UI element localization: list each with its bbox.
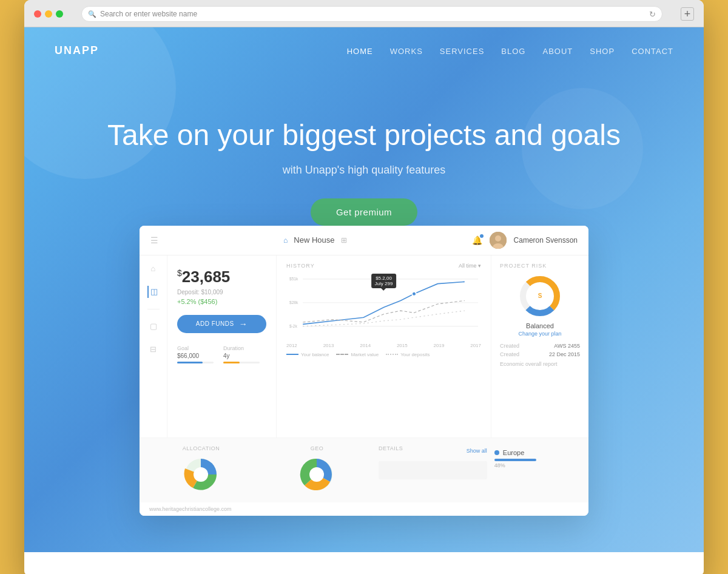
sidebar-icon-folder[interactable]: ⊟	[147, 343, 160, 356]
nav-links: HOME WORKS SERVICES BLOG ABOUT SHOP	[347, 46, 673, 56]
refresh-icon[interactable]: ↻	[649, 10, 656, 19]
search-icon: 🔍	[88, 10, 96, 18]
dash-header: ☰ ⌂ New House ⊞ 🔔	[140, 226, 588, 255]
geo-col: Geo	[263, 445, 371, 495]
geo-title: Geo	[263, 445, 371, 451]
menu-icon[interactable]: ☰	[150, 235, 158, 245]
duration-value: 4y	[223, 353, 230, 359]
nav-link-home[interactable]: HOME	[347, 47, 373, 56]
risk-report-link[interactable]: Economic overall report	[500, 361, 580, 367]
cta-button[interactable]: Get premium	[311, 198, 417, 226]
site-logo: UNAPP	[55, 44, 99, 57]
svg-point-1	[495, 235, 501, 241]
hero-section: UNAPP HOME WORKS SERVICES BLOG ABOUT	[24, 27, 704, 552]
chart-header: HISTORY All time ▾	[286, 263, 481, 269]
risk-meta: Created AWS 2455 Created 22 Dec 2015 Eco…	[500, 343, 580, 367]
show-all-link[interactable]: Show all	[467, 448, 487, 454]
nav-link-about[interactable]: ABOUT	[542, 47, 573, 56]
allocation-pie-chart	[183, 456, 219, 493]
dashboard-preview: ☰ ⌂ New House ⊞ 🔔	[140, 226, 588, 516]
house-icon: ⌂	[283, 236, 288, 245]
arrow-right-icon: →	[239, 319, 248, 329]
nav-item-works[interactable]: WORKS	[390, 46, 423, 56]
europe-col: Europe 48%	[494, 445, 581, 495]
legend-label-market: Market value	[351, 352, 379, 357]
bell-icon[interactable]: 🔔	[472, 235, 482, 245]
notification-dot	[480, 234, 484, 238]
nav-link-contact[interactable]: CONTACT	[632, 47, 673, 56]
new-tab-button[interactable]: +	[681, 7, 694, 21]
dash-sidebar: ⌂ ◫ ▢ ⊟	[140, 255, 167, 437]
address-text: Search or enter website name	[100, 10, 197, 18]
svg-text:$-2k: $-2k	[289, 323, 298, 328]
add-funds-button[interactable]: ADD FUNDS →	[177, 315, 266, 333]
hero-title: Take on your biggest projects and goals	[49, 118, 679, 153]
hero-subtitle: with Unapp's high quality features	[49, 164, 679, 177]
nav-link-shop[interactable]: SHOP	[590, 47, 615, 56]
sidebar-icon-wallet[interactable]: ◫	[147, 286, 160, 298]
nav-link-services[interactable]: SERVICES	[440, 47, 485, 56]
minimize-button[interactable]	[45, 10, 52, 18]
chart-tooltip: $5.2,00 July 299	[371, 274, 397, 288]
balance-amount: $23,685	[177, 268, 266, 286]
legend-balance: Your balance	[286, 352, 329, 357]
europe-dot	[494, 450, 499, 455]
balance-change: +5.2% ($456)	[177, 298, 266, 305]
goal-progress-bar	[177, 362, 214, 363]
sidebar-icon-chart[interactable]: ▢	[147, 320, 160, 333]
europe-pct: 48%	[494, 462, 581, 468]
risk-column: PROJECT RISK S Balanced Change your plan	[491, 255, 588, 437]
goal-bar-fill	[177, 362, 203, 363]
nav-link-blog[interactable]: BLOG	[501, 47, 525, 56]
goal-row: Goal $66,000 Duration 4y	[177, 345, 266, 363]
chart-area: $5.2,00 July 299 $51k $28k $-2k	[286, 274, 481, 340]
user-name: Cameron Svensson	[514, 236, 578, 245]
details-title: DETAILS	[379, 445, 403, 451]
sidebar-divider	[147, 309, 160, 309]
duration-progress-bar	[223, 362, 260, 363]
browser-window: 🔍 Search or enter website name ↻ + UNAPP…	[24, 0, 704, 574]
chart-period[interactable]: All time ▾	[459, 263, 481, 269]
goal-value: $66,000	[177, 353, 199, 359]
svg-point-15	[194, 467, 208, 482]
risk-chart-area: S	[500, 275, 580, 317]
legend-label-balance: Your balance	[301, 352, 329, 357]
balance-column: $23,685 Deposit: $10,009 +5.2% ($456) AD…	[167, 255, 277, 437]
legend-dot-balance	[286, 354, 298, 355]
legend-dot-deposits	[386, 354, 398, 355]
nav-item-home[interactable]: HOME	[347, 46, 373, 56]
legend-label-deposits: Your deposits	[400, 352, 430, 357]
dash-bottom: Allocation Geo	[140, 437, 588, 502]
goal-label: Goal	[177, 345, 214, 351]
tooltip-value: $5.2,00	[375, 275, 393, 281]
legend-dot-market	[336, 354, 348, 355]
nav-item-about[interactable]: ABOUT	[542, 46, 573, 56]
europe-bar	[494, 459, 536, 461]
svg-point-9	[412, 292, 416, 296]
project-name: New House	[294, 235, 334, 245]
nav-item-services[interactable]: SERVICES	[440, 46, 485, 56]
tooltip-date: July 299	[375, 281, 393, 286]
maximize-button[interactable]	[56, 10, 63, 18]
legend-market: Market value	[336, 352, 379, 357]
white-section	[24, 552, 704, 574]
nav-item-contact[interactable]: CONTACT	[632, 46, 673, 56]
nav-item-blog[interactable]: BLOG	[501, 46, 525, 56]
allocation-title: Allocation	[147, 445, 255, 451]
details-placeholder	[379, 461, 487, 479]
goal-amount: Goal $66,000	[177, 345, 214, 363]
nav-item-shop[interactable]: SHOP	[590, 46, 615, 56]
duration-label: Duration	[223, 345, 260, 351]
sidebar-icon-home[interactable]: ⌂	[147, 263, 160, 275]
goal-info: Goal $66,000 Duration 4y	[177, 345, 266, 363]
close-button[interactable]	[34, 10, 41, 18]
goal-duration: Duration 4y	[223, 345, 260, 363]
allocation-col: Allocation	[147, 445, 255, 495]
chart-title: HISTORY	[286, 263, 315, 269]
risk-title: PROJECT RISK	[500, 263, 580, 269]
risk-sublabel[interactable]: Change your plan	[500, 331, 580, 337]
browser-chrome: 🔍 Search or enter website name ↻ +	[24, 0, 704, 27]
nav-link-works[interactable]: WORKS	[390, 47, 423, 56]
chart-column: HISTORY All time ▾ $5.2,00 July 299 $51k	[277, 255, 491, 437]
address-bar[interactable]: 🔍 Search or enter website name ↻	[81, 6, 662, 22]
